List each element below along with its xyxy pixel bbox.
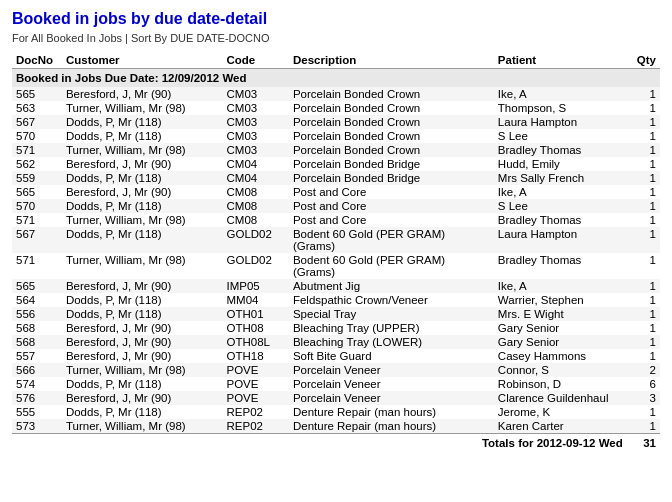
cell-docno: 565 bbox=[12, 87, 62, 101]
table-row: 565Beresford, J, Mr (90)CM08Post and Cor… bbox=[12, 185, 660, 199]
table-row: 574Dodds, P, Mr (118)POVEPorcelain Venee… bbox=[12, 377, 660, 391]
table-row: 570Dodds, P, Mr (118)CM08Post and CoreS … bbox=[12, 199, 660, 213]
cell-docno: 570 bbox=[12, 129, 62, 143]
cell-description: Post and Core bbox=[289, 199, 494, 213]
cell-code: CM08 bbox=[223, 185, 289, 199]
cell-qty: 1 bbox=[627, 335, 660, 349]
cell-customer: Beresford, J, Mr (90) bbox=[62, 87, 223, 101]
cell-docno: 566 bbox=[12, 363, 62, 377]
cell-qty: 1 bbox=[627, 227, 660, 253]
table-row: 570Dodds, P, Mr (118)CM03Porcelain Bonde… bbox=[12, 129, 660, 143]
cell-customer: Beresford, J, Mr (90) bbox=[62, 335, 223, 349]
cell-customer: Dodds, P, Mr (118) bbox=[62, 115, 223, 129]
cell-code: REP02 bbox=[223, 405, 289, 419]
subtitle: For All Booked In Jobs | Sort By DUE DAT… bbox=[12, 32, 660, 44]
cell-patient: Bradley Thomas bbox=[494, 143, 627, 157]
cell-qty: 1 bbox=[627, 157, 660, 171]
cell-docno: 567 bbox=[12, 115, 62, 129]
cell-code: POVE bbox=[223, 377, 289, 391]
table-row: 557Beresford, J, Mr (90)OTH18Soft Bite G… bbox=[12, 349, 660, 363]
cell-code: OTH08L bbox=[223, 335, 289, 349]
cell-docno: 576 bbox=[12, 391, 62, 405]
cell-description: Bleaching Tray (LOWER) bbox=[289, 335, 494, 349]
cell-patient: Karen Carter bbox=[494, 419, 627, 434]
table-row: 571Turner, William, Mr (98)GOLD02Bodent … bbox=[12, 253, 660, 279]
cell-patient: Mrs Sally French bbox=[494, 171, 627, 185]
cell-qty: 1 bbox=[627, 321, 660, 335]
cell-patient: Connor, S bbox=[494, 363, 627, 377]
cell-qty: 3 bbox=[627, 391, 660, 405]
cell-docno: 556 bbox=[12, 307, 62, 321]
cell-qty: 1 bbox=[627, 171, 660, 185]
cell-description: Porcelain Bonded Crown bbox=[289, 115, 494, 129]
cell-qty: 2 bbox=[627, 363, 660, 377]
cell-code: CM04 bbox=[223, 157, 289, 171]
cell-description: Post and Core bbox=[289, 213, 494, 227]
cell-description: Porcelain Bonded Crown bbox=[289, 101, 494, 115]
cell-qty: 1 bbox=[627, 293, 660, 307]
page-title: Booked in jobs by due date-detail bbox=[12, 10, 660, 28]
cell-description: Denture Repair (man hours) bbox=[289, 405, 494, 419]
table-row: 562Beresford, J, Mr (90)CM04Porcelain Bo… bbox=[12, 157, 660, 171]
cell-description: Special Tray bbox=[289, 307, 494, 321]
table-row: 563Turner, William, Mr (98)CM03Porcelain… bbox=[12, 101, 660, 115]
cell-customer: Beresford, J, Mr (90) bbox=[62, 321, 223, 335]
cell-code: CM04 bbox=[223, 171, 289, 185]
table-row: 571Turner, William, Mr (98)CM08Post and … bbox=[12, 213, 660, 227]
table-row: 573Turner, William, Mr (98)REP02Denture … bbox=[12, 419, 660, 434]
cell-patient: S Lee bbox=[494, 129, 627, 143]
cell-customer: Turner, William, Mr (98) bbox=[62, 253, 223, 279]
cell-code: GOLD02 bbox=[223, 227, 289, 253]
cell-customer: Turner, William, Mr (98) bbox=[62, 101, 223, 115]
cell-patient: Ike, A bbox=[494, 87, 627, 101]
main-table: DocNo Customer Code Description Patient … bbox=[12, 52, 660, 452]
cell-qty: 1 bbox=[627, 419, 660, 434]
cell-docno: 570 bbox=[12, 199, 62, 213]
cell-customer: Beresford, J, Mr (90) bbox=[62, 185, 223, 199]
cell-patient: Clarence Guildenhaul bbox=[494, 391, 627, 405]
cell-description: Porcelain Bonded Bridge bbox=[289, 171, 494, 185]
cell-docno: 557 bbox=[12, 349, 62, 363]
table-row: 576Beresford, J, Mr (90)POVEPorcelain Ve… bbox=[12, 391, 660, 405]
cell-qty: 1 bbox=[627, 143, 660, 157]
table-row: 567Dodds, P, Mr (118)CM03Porcelain Bonde… bbox=[12, 115, 660, 129]
cell-code: CM03 bbox=[223, 101, 289, 115]
cell-customer: Dodds, P, Mr (118) bbox=[62, 171, 223, 185]
cell-qty: 1 bbox=[627, 405, 660, 419]
cell-qty: 1 bbox=[627, 129, 660, 143]
cell-docno: 555 bbox=[12, 405, 62, 419]
cell-code: CM08 bbox=[223, 213, 289, 227]
cell-code: OTH01 bbox=[223, 307, 289, 321]
cell-code: POVE bbox=[223, 391, 289, 405]
cell-description: Bodent 60 Gold (PER GRAM) (Grams) bbox=[289, 227, 494, 253]
cell-customer: Turner, William, Mr (98) bbox=[62, 213, 223, 227]
table-row: 568Beresford, J, Mr (90)OTH08LBleaching … bbox=[12, 335, 660, 349]
cell-docno: 567 bbox=[12, 227, 62, 253]
cell-customer: Beresford, J, Mr (90) bbox=[62, 349, 223, 363]
cell-qty: 1 bbox=[627, 349, 660, 363]
cell-customer: Turner, William, Mr (98) bbox=[62, 143, 223, 157]
cell-docno: 574 bbox=[12, 377, 62, 391]
cell-docno: 559 bbox=[12, 171, 62, 185]
cell-patient: Laura Hampton bbox=[494, 115, 627, 129]
cell-docno: 563 bbox=[12, 101, 62, 115]
col-header-qty: Qty bbox=[627, 52, 660, 69]
cell-qty: 1 bbox=[627, 253, 660, 279]
table-header-row: DocNo Customer Code Description Patient … bbox=[12, 52, 660, 69]
col-header-description: Description bbox=[289, 52, 494, 69]
cell-docno: 568 bbox=[12, 335, 62, 349]
cell-qty: 6 bbox=[627, 377, 660, 391]
cell-patient: S Lee bbox=[494, 199, 627, 213]
cell-qty: 1 bbox=[627, 185, 660, 199]
cell-docno: 565 bbox=[12, 279, 62, 293]
cell-patient: Thompson, S bbox=[494, 101, 627, 115]
cell-code: OTH08 bbox=[223, 321, 289, 335]
cell-description: Porcelain Veneer bbox=[289, 363, 494, 377]
cell-description: Denture Repair (man hours) bbox=[289, 419, 494, 434]
cell-code: GOLD02 bbox=[223, 253, 289, 279]
cell-customer: Turner, William, Mr (98) bbox=[62, 419, 223, 434]
cell-qty: 1 bbox=[627, 213, 660, 227]
cell-docno: 573 bbox=[12, 419, 62, 434]
col-header-patient: Patient bbox=[494, 52, 627, 69]
cell-description: Feldspathic Crown/Veneer bbox=[289, 293, 494, 307]
